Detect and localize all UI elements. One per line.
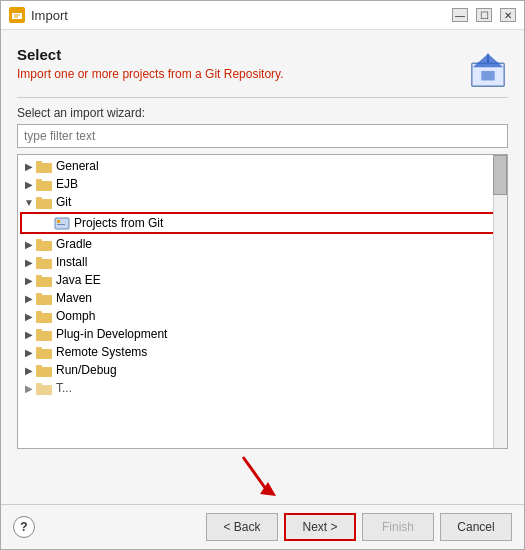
svg-line-36 xyxy=(243,457,268,492)
content-area: Select Import one or more projects from … xyxy=(1,30,524,504)
expander-install[interactable]: ▶ xyxy=(22,255,36,269)
svg-rect-12 xyxy=(36,179,42,182)
bottom-left: ? xyxy=(13,516,35,538)
help-button[interactable]: ? xyxy=(13,516,35,538)
svg-rect-13 xyxy=(36,199,52,209)
minimize-button[interactable]: — xyxy=(452,8,468,22)
window-title: Import xyxy=(31,8,68,23)
next-button[interactable]: Next > xyxy=(284,513,356,541)
svg-rect-21 xyxy=(36,257,42,260)
svg-rect-2 xyxy=(12,13,22,19)
tree-item-maven[interactable]: ▶ Maven xyxy=(18,289,507,307)
svg-rect-7 xyxy=(481,71,494,81)
tree-label-remote: Remote Systems xyxy=(56,345,147,359)
tree-label-maven: Maven xyxy=(56,291,92,305)
tree-label-general: General xyxy=(56,159,99,173)
svg-rect-33 xyxy=(36,365,42,368)
tree-container: ▶ General ▶ EJB ▼ xyxy=(17,154,508,449)
svg-rect-10 xyxy=(36,161,42,164)
svg-rect-9 xyxy=(36,163,52,173)
tree-scroll[interactable]: ▶ General ▶ EJB ▼ xyxy=(18,155,507,448)
expander-gradle[interactable]: ▶ xyxy=(22,237,36,251)
expander-rundebug[interactable]: ▶ xyxy=(22,363,36,377)
svg-rect-23 xyxy=(36,275,42,278)
folder-icon-ejb xyxy=(36,178,52,190)
svg-rect-27 xyxy=(36,311,42,314)
svg-rect-11 xyxy=(36,181,52,191)
bottom-bar: ? < Back Next > Finish Cancel xyxy=(1,504,524,549)
svg-rect-31 xyxy=(36,347,42,350)
tree-label-ejb: EJB xyxy=(56,177,78,191)
import-dialog: Import — ☐ ✕ Select Import one or more p… xyxy=(0,0,525,550)
svg-rect-19 xyxy=(36,239,42,242)
tree-item-oomph[interactable]: ▶ Oomph xyxy=(18,307,507,325)
expander-remote[interactable]: ▶ xyxy=(22,345,36,359)
svg-rect-26 xyxy=(36,313,52,323)
tree-item-ejb[interactable]: ▶ EJB xyxy=(18,175,507,193)
maximize-button[interactable]: ☐ xyxy=(476,8,492,22)
tree-item-gradle[interactable]: ▶ Gradle xyxy=(18,235,507,253)
expander-plugin-dev[interactable]: ▶ xyxy=(22,327,36,341)
tree-item-git[interactable]: ▼ Git xyxy=(18,193,507,211)
folder-icon-oomph xyxy=(36,310,52,322)
tree-label-gradle: Gradle xyxy=(56,237,92,251)
folder-icon-git xyxy=(36,196,52,208)
tree-item-git-projects[interactable]: Projects from Git xyxy=(20,212,505,234)
window-icon xyxy=(9,7,25,23)
svg-rect-29 xyxy=(36,329,42,332)
tree-label-git: Git xyxy=(56,195,71,209)
svg-rect-18 xyxy=(36,241,52,251)
svg-rect-20 xyxy=(36,259,52,269)
expander-general[interactable]: ▶ xyxy=(22,159,36,173)
expander-tasks[interactable]: ▶ xyxy=(22,381,36,395)
cancel-button[interactable]: Cancel xyxy=(440,513,512,541)
expander-javaee[interactable]: ▶ xyxy=(22,273,36,287)
tree-item-rundebug[interactable]: ▶ Run/Debug xyxy=(18,361,507,379)
svg-rect-24 xyxy=(36,295,52,305)
tree-item-remote[interactable]: ▶ Remote Systems xyxy=(18,343,507,361)
tree-label-javaee: Java EE xyxy=(56,273,101,287)
svg-rect-22 xyxy=(36,277,52,287)
svg-rect-25 xyxy=(36,293,42,296)
tree-label-oomph: Oomph xyxy=(56,309,95,323)
tree-item-javaee[interactable]: ▶ Java EE xyxy=(18,271,507,289)
svg-rect-34 xyxy=(36,385,52,395)
finish-button[interactable]: Finish xyxy=(362,513,434,541)
scrollbar-track[interactable] xyxy=(493,155,507,448)
page-subtitle: Import one or more projects from a Git R… xyxy=(17,67,284,81)
tree-item-general[interactable]: ▶ General xyxy=(18,157,507,175)
folder-icon-rundebug xyxy=(36,364,52,376)
folder-icon-install xyxy=(36,256,52,268)
arrow-container xyxy=(17,449,508,504)
tree-label-git-projects: Projects from Git xyxy=(74,216,163,230)
title-bar-controls: — ☐ ✕ xyxy=(452,8,516,22)
expander-ejb[interactable]: ▶ xyxy=(22,177,36,191)
title-bar: Import — ☐ ✕ xyxy=(1,1,524,30)
tree-item-install[interactable]: ▶ Install xyxy=(18,253,507,271)
tree-item-tasks[interactable]: ▶ T... xyxy=(18,379,507,397)
close-button[interactable]: ✕ xyxy=(500,8,516,22)
scrollbar-thumb[interactable] xyxy=(493,155,507,195)
tree-label-rundebug: Run/Debug xyxy=(56,363,117,377)
expander-maven[interactable]: ▶ xyxy=(22,291,36,305)
folder-icon-plugin-dev xyxy=(36,328,52,340)
folder-icon-gradle xyxy=(36,238,52,250)
tree-item-plugin-dev[interactable]: ▶ Plug-in Development xyxy=(18,325,507,343)
page-title: Select xyxy=(17,46,284,63)
file-icon-git-projects xyxy=(54,217,70,229)
svg-rect-16 xyxy=(57,220,60,223)
tree-label-plugin-dev: Plug-in Development xyxy=(56,327,167,341)
back-button[interactable]: < Back xyxy=(206,513,278,541)
title-bar-left: Import xyxy=(9,7,68,23)
svg-rect-30 xyxy=(36,349,52,359)
wizard-icon xyxy=(468,50,508,93)
filter-label: Select an import wizard: xyxy=(17,106,508,120)
header-section: Select Import one or more projects from … xyxy=(17,46,508,106)
filter-input[interactable] xyxy=(17,124,508,148)
tree-label-install: Install xyxy=(56,255,87,269)
expander-git[interactable]: ▼ xyxy=(22,195,36,209)
svg-rect-28 xyxy=(36,331,52,341)
red-arrow xyxy=(233,452,293,502)
header-text: Select Import one or more projects from … xyxy=(17,46,284,93)
expander-oomph[interactable]: ▶ xyxy=(22,309,36,323)
